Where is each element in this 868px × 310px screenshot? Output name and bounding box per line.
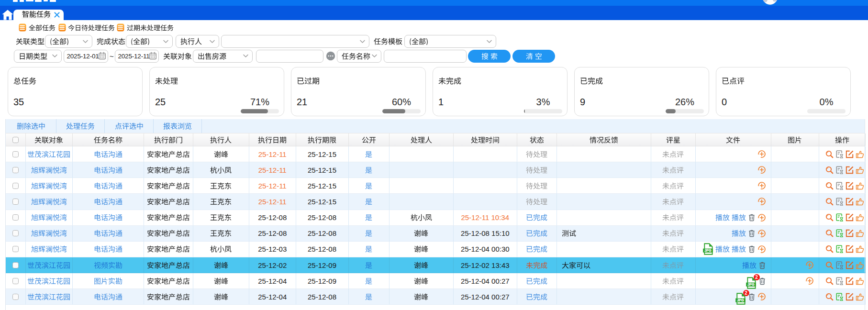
svg-text:JPG: JPG xyxy=(704,249,712,253)
svg-text:JPG: JPG xyxy=(747,283,755,287)
svg-text:JPG: JPG xyxy=(737,299,744,303)
